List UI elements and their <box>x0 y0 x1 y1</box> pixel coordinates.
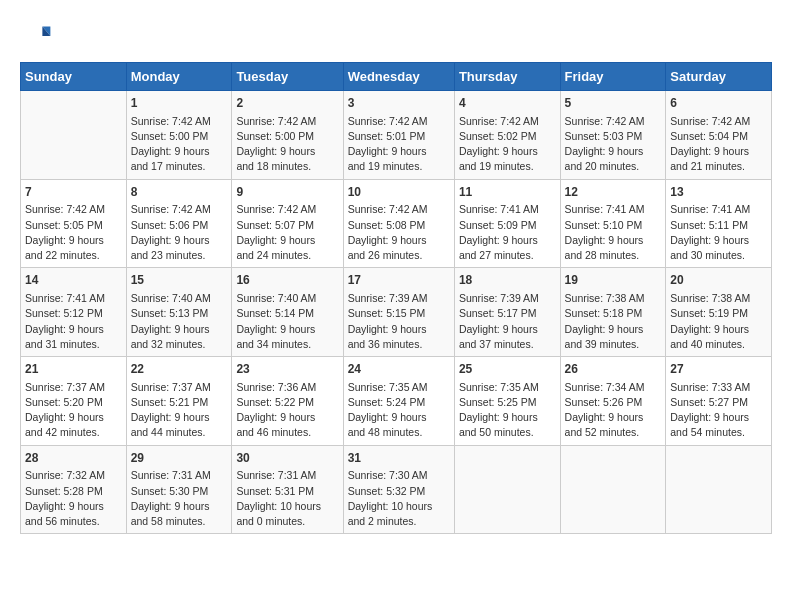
calendar-cell: 23Sunrise: 7:36 AM Sunset: 5:22 PM Dayli… <box>232 357 343 446</box>
day-number: 26 <box>565 361 662 378</box>
day-number: 6 <box>670 95 767 112</box>
day-details: Sunrise: 7:37 AM Sunset: 5:21 PM Dayligh… <box>131 380 228 441</box>
header-tuesday: Tuesday <box>232 63 343 91</box>
day-number: 21 <box>25 361 122 378</box>
logo <box>20 20 56 52</box>
header-saturday: Saturday <box>666 63 772 91</box>
day-details: Sunrise: 7:41 AM Sunset: 5:10 PM Dayligh… <box>565 202 662 263</box>
day-details: Sunrise: 7:42 AM Sunset: 5:04 PM Dayligh… <box>670 114 767 175</box>
day-number: 4 <box>459 95 556 112</box>
day-number: 3 <box>348 95 450 112</box>
day-number: 20 <box>670 272 767 289</box>
calendar-cell: 14Sunrise: 7:41 AM Sunset: 5:12 PM Dayli… <box>21 268 127 357</box>
day-number: 9 <box>236 184 338 201</box>
header-monday: Monday <box>126 63 232 91</box>
day-number: 17 <box>348 272 450 289</box>
week-row-2: 7Sunrise: 7:42 AM Sunset: 5:05 PM Daylig… <box>21 179 772 268</box>
day-number: 29 <box>131 450 228 467</box>
calendar-cell: 31Sunrise: 7:30 AM Sunset: 5:32 PM Dayli… <box>343 445 454 534</box>
day-number: 28 <box>25 450 122 467</box>
day-details: Sunrise: 7:42 AM Sunset: 5:00 PM Dayligh… <box>131 114 228 175</box>
day-number: 27 <box>670 361 767 378</box>
calendar-cell: 8Sunrise: 7:42 AM Sunset: 5:06 PM Daylig… <box>126 179 232 268</box>
day-number: 15 <box>131 272 228 289</box>
day-number: 16 <box>236 272 338 289</box>
header-friday: Friday <box>560 63 666 91</box>
day-details: Sunrise: 7:42 AM Sunset: 5:06 PM Dayligh… <box>131 202 228 263</box>
day-details: Sunrise: 7:35 AM Sunset: 5:25 PM Dayligh… <box>459 380 556 441</box>
day-details: Sunrise: 7:35 AM Sunset: 5:24 PM Dayligh… <box>348 380 450 441</box>
calendar-cell <box>666 445 772 534</box>
day-details: Sunrise: 7:42 AM Sunset: 5:01 PM Dayligh… <box>348 114 450 175</box>
day-details: Sunrise: 7:42 AM Sunset: 5:08 PM Dayligh… <box>348 202 450 263</box>
day-details: Sunrise: 7:41 AM Sunset: 5:09 PM Dayligh… <box>459 202 556 263</box>
day-details: Sunrise: 7:34 AM Sunset: 5:26 PM Dayligh… <box>565 380 662 441</box>
calendar-cell: 25Sunrise: 7:35 AM Sunset: 5:25 PM Dayli… <box>454 357 560 446</box>
day-details: Sunrise: 7:42 AM Sunset: 5:07 PM Dayligh… <box>236 202 338 263</box>
day-details: Sunrise: 7:41 AM Sunset: 5:11 PM Dayligh… <box>670 202 767 263</box>
calendar-cell: 4Sunrise: 7:42 AM Sunset: 5:02 PM Daylig… <box>454 91 560 180</box>
day-details: Sunrise: 7:31 AM Sunset: 5:30 PM Dayligh… <box>131 468 228 529</box>
calendar-cell: 28Sunrise: 7:32 AM Sunset: 5:28 PM Dayli… <box>21 445 127 534</box>
day-details: Sunrise: 7:40 AM Sunset: 5:13 PM Dayligh… <box>131 291 228 352</box>
calendar-cell: 1Sunrise: 7:42 AM Sunset: 5:00 PM Daylig… <box>126 91 232 180</box>
calendar-cell: 17Sunrise: 7:39 AM Sunset: 5:15 PM Dayli… <box>343 268 454 357</box>
day-details: Sunrise: 7:32 AM Sunset: 5:28 PM Dayligh… <box>25 468 122 529</box>
day-number: 31 <box>348 450 450 467</box>
day-number: 1 <box>131 95 228 112</box>
calendar-cell: 27Sunrise: 7:33 AM Sunset: 5:27 PM Dayli… <box>666 357 772 446</box>
day-details: Sunrise: 7:40 AM Sunset: 5:14 PM Dayligh… <box>236 291 338 352</box>
day-details: Sunrise: 7:42 AM Sunset: 5:05 PM Dayligh… <box>25 202 122 263</box>
day-number: 23 <box>236 361 338 378</box>
header-wednesday: Wednesday <box>343 63 454 91</box>
day-details: Sunrise: 7:36 AM Sunset: 5:22 PM Dayligh… <box>236 380 338 441</box>
header-thursday: Thursday <box>454 63 560 91</box>
calendar-cell: 13Sunrise: 7:41 AM Sunset: 5:11 PM Dayli… <box>666 179 772 268</box>
page-header <box>20 20 772 52</box>
day-number: 19 <box>565 272 662 289</box>
week-row-3: 14Sunrise: 7:41 AM Sunset: 5:12 PM Dayli… <box>21 268 772 357</box>
day-details: Sunrise: 7:31 AM Sunset: 5:31 PM Dayligh… <box>236 468 338 529</box>
day-number: 22 <box>131 361 228 378</box>
calendar-cell: 26Sunrise: 7:34 AM Sunset: 5:26 PM Dayli… <box>560 357 666 446</box>
calendar-cell: 16Sunrise: 7:40 AM Sunset: 5:14 PM Dayli… <box>232 268 343 357</box>
header-sunday: Sunday <box>21 63 127 91</box>
day-details: Sunrise: 7:38 AM Sunset: 5:19 PM Dayligh… <box>670 291 767 352</box>
calendar-cell: 29Sunrise: 7:31 AM Sunset: 5:30 PM Dayli… <box>126 445 232 534</box>
calendar-cell: 19Sunrise: 7:38 AM Sunset: 5:18 PM Dayli… <box>560 268 666 357</box>
calendar-header-row: SundayMondayTuesdayWednesdayThursdayFrid… <box>21 63 772 91</box>
day-number: 7 <box>25 184 122 201</box>
day-details: Sunrise: 7:42 AM Sunset: 5:00 PM Dayligh… <box>236 114 338 175</box>
day-number: 13 <box>670 184 767 201</box>
calendar-cell: 22Sunrise: 7:37 AM Sunset: 5:21 PM Dayli… <box>126 357 232 446</box>
week-row-1: 1Sunrise: 7:42 AM Sunset: 5:00 PM Daylig… <box>21 91 772 180</box>
calendar-cell: 24Sunrise: 7:35 AM Sunset: 5:24 PM Dayli… <box>343 357 454 446</box>
day-details: Sunrise: 7:33 AM Sunset: 5:27 PM Dayligh… <box>670 380 767 441</box>
calendar-cell <box>560 445 666 534</box>
calendar-cell: 20Sunrise: 7:38 AM Sunset: 5:19 PM Dayli… <box>666 268 772 357</box>
calendar-cell <box>454 445 560 534</box>
week-row-4: 21Sunrise: 7:37 AM Sunset: 5:20 PM Dayli… <box>21 357 772 446</box>
day-number: 25 <box>459 361 556 378</box>
day-details: Sunrise: 7:42 AM Sunset: 5:03 PM Dayligh… <box>565 114 662 175</box>
calendar-cell <box>21 91 127 180</box>
day-number: 30 <box>236 450 338 467</box>
day-number: 14 <box>25 272 122 289</box>
day-details: Sunrise: 7:30 AM Sunset: 5:32 PM Dayligh… <box>348 468 450 529</box>
calendar-cell: 9Sunrise: 7:42 AM Sunset: 5:07 PM Daylig… <box>232 179 343 268</box>
calendar-cell: 11Sunrise: 7:41 AM Sunset: 5:09 PM Dayli… <box>454 179 560 268</box>
day-details: Sunrise: 7:41 AM Sunset: 5:12 PM Dayligh… <box>25 291 122 352</box>
day-number: 10 <box>348 184 450 201</box>
day-details: Sunrise: 7:37 AM Sunset: 5:20 PM Dayligh… <box>25 380 122 441</box>
day-number: 2 <box>236 95 338 112</box>
calendar-cell: 2Sunrise: 7:42 AM Sunset: 5:00 PM Daylig… <box>232 91 343 180</box>
day-details: Sunrise: 7:39 AM Sunset: 5:15 PM Dayligh… <box>348 291 450 352</box>
day-details: Sunrise: 7:42 AM Sunset: 5:02 PM Dayligh… <box>459 114 556 175</box>
calendar-cell: 12Sunrise: 7:41 AM Sunset: 5:10 PM Dayli… <box>560 179 666 268</box>
day-number: 12 <box>565 184 662 201</box>
day-number: 24 <box>348 361 450 378</box>
calendar-cell: 21Sunrise: 7:37 AM Sunset: 5:20 PM Dayli… <box>21 357 127 446</box>
day-details: Sunrise: 7:39 AM Sunset: 5:17 PM Dayligh… <box>459 291 556 352</box>
week-row-5: 28Sunrise: 7:32 AM Sunset: 5:28 PM Dayli… <box>21 445 772 534</box>
logo-icon <box>20 20 52 52</box>
